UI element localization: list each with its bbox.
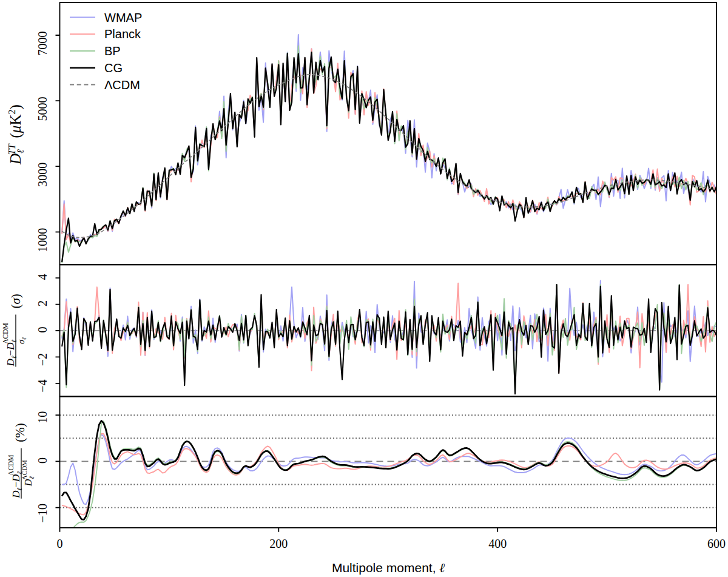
svg-text:600: 600 xyxy=(707,537,726,550)
svg-text:5000: 5000 xyxy=(36,97,49,121)
svg-text:4: 4 xyxy=(36,274,49,280)
svg-text:BP: BP xyxy=(104,44,121,58)
svg-text:−4: −4 xyxy=(36,379,49,392)
svg-text:ΛCDM: ΛCDM xyxy=(104,78,140,92)
svg-text:Planck: Planck xyxy=(104,27,141,41)
svg-text:CG: CG xyxy=(104,61,123,75)
svg-text:2: 2 xyxy=(36,300,49,306)
svg-text:Multipole moment, ℓ: Multipole moment, ℓ xyxy=(332,561,445,575)
svg-text:0: 0 xyxy=(57,537,63,550)
svg-text:3000: 3000 xyxy=(36,163,49,187)
svg-text:(σ): (σ) xyxy=(8,294,23,308)
svg-text:WMAP: WMAP xyxy=(104,11,142,24)
svg-text:(%): (%) xyxy=(13,423,27,442)
svg-text:0: 0 xyxy=(36,457,49,464)
svg-text:7000: 7000 xyxy=(36,32,49,56)
svg-text:200: 200 xyxy=(269,537,288,550)
svg-text:10: 10 xyxy=(36,411,49,423)
svg-text:400: 400 xyxy=(488,537,507,550)
svg-text:−10: −10 xyxy=(36,504,49,522)
svg-text:0: 0 xyxy=(36,327,49,333)
svg-text:1000: 1000 xyxy=(36,228,49,252)
svg-text:−2: −2 xyxy=(36,353,49,366)
